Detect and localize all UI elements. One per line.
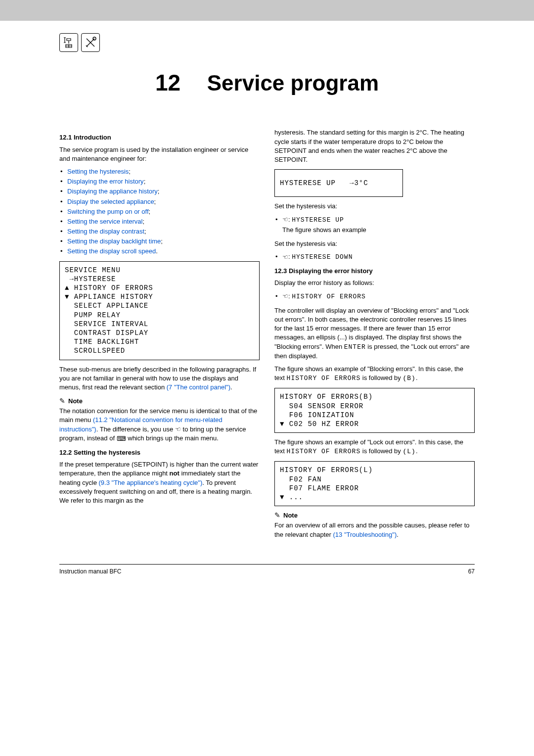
link-scroll-speed[interactable]: Setting the display scroll speed [67, 247, 156, 255]
list-item: ☜: HYSTERESE DOWN [274, 252, 475, 262]
footer-page-number: 67 [468, 567, 475, 576]
footer-left: Instruction manual BFC [59, 567, 121, 576]
link-hysteresis[interactable]: Setting the hysteresis [67, 168, 129, 175]
list-item: ☜: HISTORY OF ERRORS [274, 292, 475, 301]
list-item: Setting the hysteresis; [59, 167, 260, 176]
link-troubleshooting[interactable]: (13 "Troubleshooting") [333, 531, 397, 538]
text: . The difference is, you use [96, 425, 175, 433]
list-item: ☜: HYSTERESE UP The figure shows an exam… [274, 215, 475, 235]
mono-text: HISTORY OF ERRORS [292, 293, 366, 300]
text: . [230, 383, 232, 391]
bullet-history: ☜: HISTORY OF ERRORS [274, 292, 475, 301]
link-control-panel[interactable]: (7 "The control panel") [167, 383, 230, 391]
note-icon: ✎ [59, 397, 65, 404]
link-backlight[interactable]: Setting the display backlight time [67, 237, 161, 245]
list-item: Setting the display backlight time; [59, 237, 260, 246]
list-item: Setting the display scroll speed. [59, 247, 260, 256]
example-text: The figure shows an example [282, 225, 475, 235]
intro-12-1: The service program is used by the insta… [59, 145, 260, 163]
page-content: 12 Service program 12.1 Introduction The… [0, 21, 534, 586]
para-12-2: If the preset temperature (SETPOINT) is … [59, 460, 260, 505]
para-hysteresis-cont: hysteresis. The standard setting for thi… [274, 128, 475, 164]
list-item: Setting the service interval; [59, 217, 260, 226]
lcd-service-menu: SERVICE MENU →HYSTERESE ▲ HISTORY OF ERR… [59, 261, 260, 360]
text: which brings up the main menu. [126, 434, 219, 442]
gas-valve-icon [59, 33, 78, 52]
link-selected-appliance[interactable]: Display the selected appliance [67, 198, 154, 205]
link-error-history[interactable]: Displaying the error history [67, 178, 144, 185]
text: . [416, 447, 418, 455]
chapter-title: 12 Service program [59, 67, 475, 98]
mono-text: (L) [402, 448, 415, 455]
link-service-interval[interactable]: Setting the service interval [67, 218, 142, 225]
link-appliance-history[interactable]: Displaying the appliance history [67, 188, 158, 195]
link-contrast[interactable]: Setting the display contrast [67, 228, 144, 235]
bullet-hyst-down: ☜: HYSTERESE DOWN [274, 252, 475, 262]
right-column: hysteresis. The standard setting for thi… [274, 128, 475, 544]
link-pump[interactable]: Switching the pump on or off [67, 208, 149, 215]
service-key-icon: ☜ [282, 292, 288, 301]
lcd-errors-l: HISTORY OF ERRORS(L) F02 FAN F07 FLAME E… [274, 461, 475, 506]
para-blocking-example: The figure shows an example of "Blocking… [274, 365, 475, 383]
note-body: For an overview of all errors and the po… [274, 521, 475, 539]
para-lockout-example: The figure shows an example of "Lock out… [274, 438, 475, 456]
note-12-3: ✎ Note For an overview of all errors and… [274, 511, 475, 539]
lcd-hysterese-up: HYSTERESE UP →3°C [274, 169, 403, 197]
para-errors-overview: The controller will display an overview … [274, 306, 475, 361]
header-bar [0, 0, 534, 21]
page-footer: Instruction manual BFC 67 [59, 564, 475, 576]
list-item: Setting the display contrast; [59, 227, 260, 236]
text: . [416, 374, 418, 381]
intro-bullet-list: Setting the hysteresis; Displaying the e… [59, 167, 260, 256]
mono-text: HYSTERESE DOWN [292, 253, 353, 261]
note-12-1: ✎ Note The notation convention for the s… [59, 397, 260, 443]
note-title: Note [68, 397, 83, 406]
mono-text: HYSTERESE UP [292, 216, 344, 224]
tools-cross-icon [81, 33, 100, 52]
list-item: Switching the pump on or off; [59, 207, 260, 216]
icon-row [59, 33, 475, 52]
enter-key-text: ENTER [344, 343, 366, 351]
list-item: Displaying the error history; [59, 177, 260, 186]
list-item: Displaying the appliance history; [59, 187, 260, 196]
list-item: Display the selected appliance; [59, 197, 260, 206]
menu-key-icon: ⌨ [117, 434, 126, 443]
heading-12-2: 12.2 Setting the hysteresis [59, 448, 260, 457]
text: is followed by [360, 374, 402, 381]
note-title: Note [283, 511, 298, 520]
intro-12-3: Display the error history as follows: [274, 279, 475, 287]
left-column: 12.1 Introduction The service program is… [59, 128, 260, 544]
bullet-hyst-up: ☜: HYSTERESE UP The figure shows an exam… [274, 215, 475, 235]
service-key-icon: ☜ [175, 425, 181, 434]
lcd-errors-b: HISTORY OF ERRORS(B) S04 SENSOR ERROR F0… [274, 388, 475, 433]
heading-12-3: 12.3 Displaying the error history [274, 267, 475, 276]
chapter-number: 12 [155, 70, 180, 95]
set-via-2: Set the hysteresis via: [274, 239, 475, 248]
text: is followed by [360, 447, 402, 455]
heading-12-1: 12.1 Introduction [59, 133, 260, 142]
text-bold: not [170, 470, 179, 477]
service-key-icon: ☜ [282, 215, 288, 224]
note-icon: ✎ [274, 512, 280, 519]
set-via-1: Set the hysteresis via: [274, 202, 475, 211]
text: . [397, 531, 399, 538]
note-body: The notation convention for the service … [59, 407, 260, 443]
after-lcd-para: These sub-menus are briefly described in… [59, 365, 260, 392]
link-heating-cycle[interactable]: (9.3 "The appliance's heating cycle") [99, 479, 203, 486]
service-key-icon: ☜ [282, 253, 288, 262]
mono-text: HISTORY OF ERRORS [287, 375, 361, 382]
mono-text: (B) [402, 375, 415, 382]
chapter-text: Service program [207, 71, 379, 95]
mono-text: HISTORY OF ERRORS [287, 448, 361, 455]
